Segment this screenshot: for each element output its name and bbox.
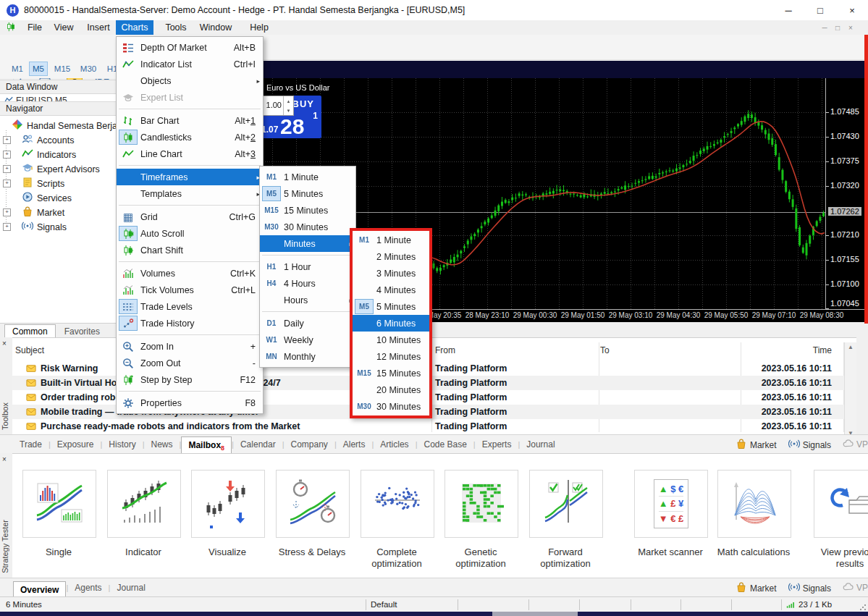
menu-item-tick-volumes[interactable]: Tick VolumesCtrl+L [117,282,263,298]
menu-item-auto-scroll[interactable]: Auto Scroll [117,225,263,242]
menu-item-daily[interactable]: D1Daily [260,315,355,332]
navigator-tab-favorites[interactable]: Favorites [57,325,107,338]
mdi-restore-icon[interactable]: □ [832,22,843,33]
navigator-item-market[interactable]: Market [22,206,64,219]
mdi-close-icon[interactable]: × [845,22,856,33]
menu-item-4-minutes[interactable]: 4 Minutes [353,282,429,298]
timeframe-button-m1[interactable]: M1 [9,62,26,76]
menu-item-file[interactable]: File [22,20,48,35]
menu-item-weekly[interactable]: W1Weekly [260,332,355,348]
navigator-item-scripts[interactable]: Scripts [22,177,64,190]
signals-link[interactable]: Signals [788,581,831,595]
tester-card-stress[interactable] [276,470,350,538]
mailbox-row[interactable]: Purchase ready-made robots and indicator… [12,419,856,434]
column-header-from[interactable]: From [435,345,455,355]
menu-item-1-minute[interactable]: M11 Minute [353,232,429,248]
column-header-subject[interactable]: Subject [15,345,44,355]
spin-up-icon[interactable]: ▲ [287,99,291,104]
menu-item-10-minutes[interactable]: 10 Minutes [353,332,429,348]
menu-item-bar-chart[interactable]: Bar ChartAlt+1 [117,112,263,129]
tester-close-icon[interactable]: × [2,455,7,463]
tester-card-math[interactable] [717,470,791,538]
toolbox-close-icon[interactable]: × [2,339,7,347]
close-icon[interactable]: × [836,0,868,20]
menu-item-minutes[interactable]: Minutes▸ [260,235,355,252]
menu-item-30-minutes[interactable]: M3030 Minutes [353,398,429,415]
toolbox-tab-journal[interactable]: Journal [520,437,561,452]
toolbox-tab-experts[interactable]: Experts [476,437,518,452]
menu-item-2-minutes[interactable]: 2 Minutes [353,248,429,265]
menu-item-templates[interactable]: Templates▸ [117,185,263,202]
menu-item-15-minutes[interactable]: M1515 Minutes [260,202,355,219]
menu-item-30-minutes[interactable]: M3030 Minutes [260,219,355,235]
tree-expand-icon[interactable]: + [3,165,11,173]
tree-expand-icon[interactable]: + [3,136,11,144]
menu-item-insert[interactable]: Insert [81,20,116,35]
menu-item-indicator-list[interactable]: Indicator ListCtrl+I [117,56,263,72]
tree-expand-icon[interactable]: + [3,208,11,216]
menu-item-timeframes[interactable]: Timeframes▸ [117,169,263,185]
toolbox-tab-code-base[interactable]: Code Base [417,437,473,452]
navigator-item-indicators[interactable]: Indicators [22,148,76,161]
tree-expand-icon[interactable]: + [3,151,11,159]
menu-item-12-minutes[interactable]: 12 Minutes [353,348,429,365]
tester-card-scanner[interactable]: ▲ $ € ▲ £ ¥ ▼ € £ [634,470,708,538]
navigator-item-accounts[interactable]: Accounts [22,133,74,147]
menu-item-tools[interactable]: Tools [161,20,191,35]
toolbox-tab-history[interactable]: History [102,437,142,452]
toolbox-tab-calendar[interactable]: Calendar [234,437,282,452]
menu-item-3-minutes[interactable]: 3 Minutes [353,265,429,282]
mdi-minimize-icon[interactable]: ─ [819,22,830,33]
market-link[interactable]: Market [736,438,777,452]
toolbox-tab-mailbox[interactable]: Mailbox8 [181,436,232,454]
menu-item-15-minutes[interactable]: M1515 Minutes [353,365,429,381]
menu-item-zoom-out[interactable]: Zoom Out- [117,355,263,371]
menu-item-properties[interactable]: PropertiesF8 [117,395,263,411]
tree-expand-icon[interactable]: + [3,180,11,187]
navigator-item-services[interactable]: Services [22,191,72,205]
menu-item-candlesticks[interactable]: CandlesticksAlt+2 [117,129,263,145]
tree-expand-icon[interactable]: + [3,223,11,231]
menu-item-help[interactable]: Help [245,20,274,35]
tester-card-results[interactable] [814,470,868,538]
menu-item-1-hour[interactable]: H11 Hour [260,258,355,275]
vps-link[interactable]: VPS [843,581,868,594]
toolbox-tab-alerts[interactable]: Alerts [337,437,372,452]
maximize-icon[interactable]: □ [804,0,836,20]
menu-item-trade-history[interactable]: Trade History [117,315,263,332]
menu-item-20-minutes[interactable]: 20 Minutes [353,381,429,398]
menu-item-chart-shift[interactable]: Chart Shift [117,242,263,258]
menu-item-line-chart[interactable]: Line ChartAlt+3 [117,145,263,162]
tester-card-complete[interactable] [361,470,434,538]
timeframe-button-m5[interactable]: M5 [29,62,48,76]
market-link[interactable]: Market [736,581,777,595]
navigator-tab-common[interactable]: Common [4,324,56,338]
menu-item-charts[interactable]: Charts [116,20,153,35]
mailbox-scrollbar[interactable]: ▲▼ [844,342,856,435]
menu-item-grid[interactable]: ▦GridCtrl+G [117,208,263,225]
column-header-to[interactable]: To [600,345,610,355]
navigator-item-handal-semesta-berjang[interactable]: Handal Semesta Berjang [12,119,127,132]
toolbox-tab-company[interactable]: Company [285,437,334,452]
menu-item-monthly[interactable]: MNMonthly [260,348,355,365]
timeframe-button-m30[interactable]: M30 [77,62,100,76]
menu-item-hours[interactable]: Hours▸ [260,292,355,308]
tester-tab-journal[interactable]: Journal [110,581,151,595]
spin-down-icon[interactable]: ▼ [287,109,291,113]
resize-grip[interactable] [859,604,867,611]
toolbox-tab-news[interactable]: News [145,437,180,452]
signals-link[interactable]: Signals [788,438,831,452]
tester-tab-agents[interactable]: Agents [68,581,108,595]
timeframe-button-m15[interactable]: M15 [51,62,74,76]
menu-item-step-by-step[interactable]: Step by StepF12 [117,371,263,388]
tester-card-forward[interactable] [529,470,603,538]
navigator-item-expert-advisors[interactable]: Expert Advisors [22,162,100,176]
menu-item-view[interactable]: View [49,20,78,35]
menu-item-6-minutes[interactable]: 6 Minutes [353,315,429,332]
menu-item-objects[interactable]: Objects▸ [117,72,263,89]
toolbox-tab-trade[interactable]: Trade [13,437,49,452]
tester-card-visualize[interactable] [191,470,265,538]
menu-item-depth-of-market[interactable]: Depth Of MarketAlt+B [117,39,263,56]
navigator-item-signals[interactable]: Signals [22,220,67,234]
tester-tab-overview[interactable]: Overview [13,581,66,597]
